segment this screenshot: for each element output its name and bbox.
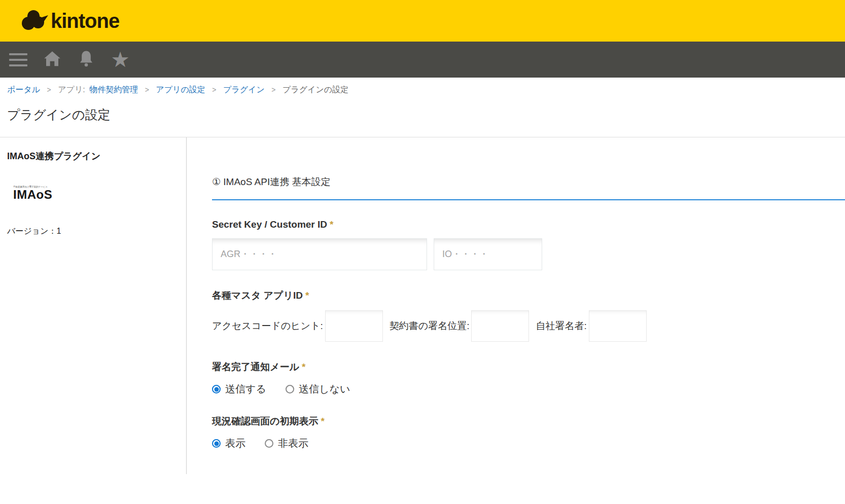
radio-label: 送信する (225, 382, 266, 396)
page-title: プラグインの設定 (7, 106, 845, 123)
breadcrumb-separator: > (47, 86, 51, 94)
radio-selected-icon (212, 385, 221, 393)
sign-mail-label-text: 署名完了通知メール (212, 362, 299, 372)
radio-label: 送信しない (299, 382, 350, 396)
notification-bell-icon (77, 49, 96, 71)
field-initial-display: 現況確認画面の初期表示* 表示 非表示 (212, 415, 845, 450)
favorites-button[interactable]: ★ (107, 47, 133, 73)
field-secret-key: Secret Key / Customer ID* (212, 219, 845, 270)
access-code-hint-input[interactable] (325, 310, 383, 342)
sign-mail-label: 署名完了通知メール* (212, 361, 845, 374)
notifications-button[interactable] (73, 47, 99, 73)
secret-key-label: Secret Key / Customer ID* (212, 219, 845, 230)
radio-selected-icon (212, 439, 221, 448)
home-button[interactable] (39, 47, 65, 73)
access-code-hint-label: アクセスコードのヒント: (212, 319, 323, 333)
section-title: ① IMAoS API連携 基本設定 (212, 175, 845, 200)
menu-button[interactable] (5, 47, 31, 73)
home-icon (42, 49, 62, 71)
radio-display-off[interactable]: 非表示 (265, 437, 308, 450)
secret-key-input[interactable] (212, 238, 427, 270)
imaos-logo-text: IMAoS (13, 188, 48, 201)
breadcrumb-app-link[interactable]: 物件契約管理 (89, 85, 138, 94)
plugin-name: IMAoS連携プラグイン (7, 150, 179, 162)
kintone-cloud-icon (20, 9, 49, 33)
plugin-sidebar: IMAoS連携プラグイン 不動産業界向け電子契約サービス IMAoS バージョン… (0, 137, 187, 474)
breadcrumb-app-prefix: アプリ: (58, 85, 85, 94)
radio-label: 表示 (225, 437, 245, 450)
radio-display-on[interactable]: 表示 (212, 437, 245, 450)
company-signer-input[interactable] (589, 310, 647, 342)
breadcrumb-plugins-link[interactable]: プラグイン (223, 85, 265, 94)
kintone-logo-text: kintone (51, 10, 119, 32)
sign-mail-options: 送信する 送信しない (212, 382, 845, 396)
radio-send-mail-off[interactable]: 送信しない (286, 382, 350, 396)
brand-header: kintone (0, 0, 845, 42)
breadcrumb-separator: > (212, 86, 216, 94)
initial-display-label-text: 現況確認画面の初期表示 (212, 416, 318, 426)
radio-label: 非表示 (278, 437, 308, 450)
plugin-logo: 不動産業界向け電子契約サービス IMAoS (13, 186, 48, 201)
plugin-settings-form: ① IMAoS API連携 基本設定 Secret Key / Customer… (187, 137, 845, 474)
radio-unselected-icon (265, 439, 273, 448)
required-mark: * (302, 362, 305, 372)
required-mark: * (321, 416, 324, 426)
breadcrumb: ポータル > アプリ: 物件契約管理 > アプリの設定 > プラグイン > プラ… (0, 78, 845, 95)
radio-send-mail-on[interactable]: 送信する (212, 382, 266, 396)
secret-key-label-text: Secret Key / Customer ID (212, 219, 327, 230)
breadcrumb-separator: > (145, 86, 149, 94)
content-area: IMAoS連携プラグイン 不動産業界向け電子契約サービス IMAoS バージョン… (0, 137, 845, 474)
radio-unselected-icon (286, 385, 294, 393)
breadcrumb-portal-link[interactable]: ポータル (7, 85, 40, 94)
field-sign-mail: 署名完了通知メール* 送信する 送信しない (212, 361, 845, 396)
master-app-id-label-text: 各種マスタ アプリID (212, 290, 303, 301)
favorites-star-icon: ★ (111, 49, 130, 70)
breadcrumb-separator: > (271, 86, 275, 94)
global-navbar: ★ (0, 42, 845, 78)
contract-sign-position-label: 契約書の署名位置: (390, 319, 470, 333)
contract-sign-position-input[interactable] (471, 310, 529, 342)
initial-display-label: 現況確認画面の初期表示* (212, 415, 845, 428)
customer-id-input[interactable] (434, 238, 542, 270)
field-master-app-id: 各種マスタ アプリID* アクセスコードのヒント: 契約書の署名位置: 自社署名… (212, 289, 845, 342)
breadcrumb-current-page: プラグインの設定 (283, 85, 348, 94)
required-mark: * (330, 219, 333, 230)
initial-display-options: 表示 非表示 (212, 437, 845, 450)
required-mark: * (305, 290, 309, 301)
plugin-version: バージョン：1 (7, 226, 179, 237)
company-signer-label: 自社署名者: (536, 319, 586, 333)
master-app-id-label: 各種マスタ アプリID* (212, 289, 845, 302)
breadcrumb-app-settings-link[interactable]: アプリの設定 (156, 85, 205, 94)
menu-icon (9, 53, 27, 66)
kintone-logo[interactable]: kintone (20, 9, 119, 33)
secret-key-inputs (212, 238, 845, 270)
master-app-id-inputs: アクセスコードのヒント: 契約書の署名位置: 自社署名者: (212, 310, 845, 342)
